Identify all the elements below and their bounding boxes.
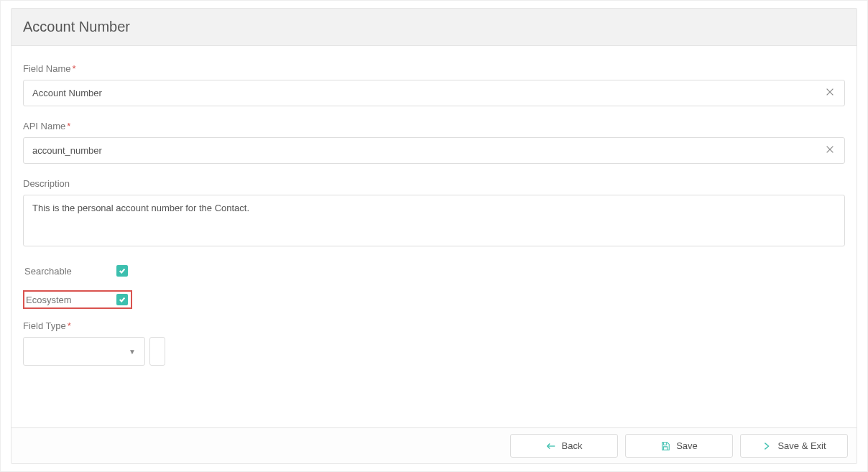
save-exit-button[interactable]: Save & Exit [740, 434, 848, 458]
back-button[interactable]: Back [510, 434, 618, 458]
ecosystem-highlight: Ecosystem [23, 290, 132, 309]
arrow-left-icon [546, 441, 556, 451]
description-textarea[interactable] [23, 195, 845, 246]
panel-title: Account Number [11, 9, 857, 46]
field-type-select[interactable]: ▼ [23, 337, 145, 366]
field-name-input[interactable] [23, 80, 845, 106]
check-icon [119, 267, 126, 274]
searchable-checkbox[interactable] [116, 265, 128, 277]
clear-field-name-icon[interactable] [822, 84, 838, 103]
ecosystem-label: Ecosystem [26, 295, 80, 305]
save-icon [660, 441, 670, 451]
ecosystem-checkbox[interactable] [116, 294, 128, 305]
field-type-extra-button[interactable] [149, 337, 165, 366]
searchable-label: Searchable [24, 266, 80, 277]
api-name-label: API Name* [23, 121, 845, 131]
chevron-right-icon [762, 441, 772, 451]
clear-api-name-icon[interactable] [822, 142, 838, 160]
description-label: Description [23, 178, 845, 189]
field-name-label: Field Name* [23, 63, 845, 74]
save-button[interactable]: Save [625, 434, 733, 458]
check-icon [119, 296, 126, 303]
chevron-down-icon: ▼ [129, 348, 136, 356]
api-name-input[interactable] [23, 137, 845, 164]
field-type-label: Field Type* [23, 320, 845, 331]
